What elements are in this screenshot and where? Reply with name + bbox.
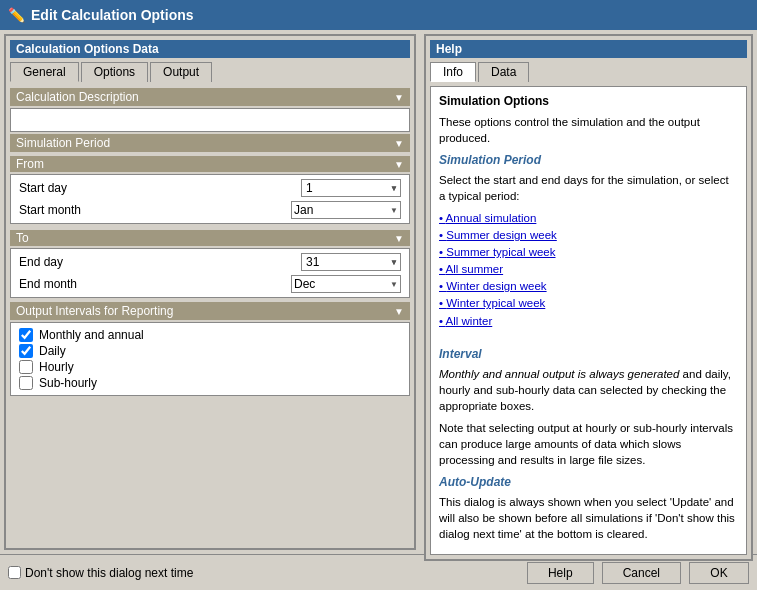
to-label: To: [16, 231, 29, 245]
link-all-winter[interactable]: All winter: [439, 313, 738, 329]
from-header: From ▼: [10, 156, 410, 172]
help-intro: These options control the simulation and…: [439, 114, 738, 146]
help-interval-text2: Note that selecting output at hourly or …: [439, 420, 738, 468]
dont-show-checkbox[interactable]: [8, 566, 21, 579]
output-intervals-header: Output Intervals for Reporting ▼: [10, 302, 410, 320]
left-inner: Calculation Options Data General Options…: [4, 34, 416, 550]
link-annual-simulation[interactable]: Annual simulation: [439, 210, 738, 226]
daily-label: Daily: [39, 344, 66, 358]
tab-options[interactable]: Options: [81, 62, 148, 82]
calc-desc-collapse[interactable]: ▼: [394, 92, 404, 103]
help-interval-text1-em: Monthly and annual output is always gene…: [439, 368, 679, 380]
calc-description-field: [10, 108, 410, 132]
help-button[interactable]: Help: [527, 562, 594, 584]
help-sim-period-desc: Select the start and end days for the si…: [439, 172, 738, 204]
help-content: Simulation Options These options control…: [430, 86, 747, 555]
title-bar: ✏️ Edit Calculation Options: [0, 0, 757, 30]
link-winter-typical-week[interactable]: Winter typical week: [439, 295, 738, 311]
subhourly-label: Sub-hourly: [39, 376, 97, 390]
help-autoupdate-text: This dialog is always shown when you sel…: [439, 494, 738, 542]
from-collapse[interactable]: ▼: [394, 159, 404, 170]
ok-button[interactable]: OK: [689, 562, 749, 584]
start-day-label: Start day: [19, 181, 301, 195]
right-panel: Help Info Data Simulation Options These …: [420, 30, 757, 554]
to-section: End day ▼ End month JanFebMarApr MayJunJ…: [10, 248, 410, 298]
start-day-row: Start day ▼: [11, 177, 409, 199]
help-tabs: Info Data: [430, 62, 747, 82]
tab-output[interactable]: Output: [150, 62, 212, 82]
help-tab-data[interactable]: Data: [478, 62, 529, 82]
hourly-checkbox[interactable]: [19, 360, 33, 374]
tabs-container: General Options Output: [10, 62, 410, 82]
title-icon: ✏️: [8, 7, 25, 23]
end-month-label: End month: [19, 277, 291, 291]
from-section: Start day ▼ Start month JanFebMarApr May…: [10, 174, 410, 224]
cancel-button[interactable]: Cancel: [602, 562, 681, 584]
link-winter-design-week[interactable]: Winter design week: [439, 278, 738, 294]
calc-desc-header: Calculation Description ▼: [10, 88, 410, 106]
from-label: From: [16, 157, 44, 171]
link-all-summer[interactable]: All summer: [439, 261, 738, 277]
help-main-title: Simulation Options: [439, 93, 738, 110]
output-intervals-label: Output Intervals for Reporting: [16, 304, 173, 318]
monthly-label: Monthly and annual: [39, 328, 144, 342]
to-collapse[interactable]: ▼: [394, 233, 404, 244]
help-sim-period-title: Simulation Period: [439, 152, 738, 169]
checkbox-daily: Daily: [19, 343, 401, 359]
help-tab-info[interactable]: Info: [430, 62, 476, 82]
start-day-input[interactable]: [301, 179, 401, 197]
checkbox-hourly: Hourly: [19, 359, 401, 375]
right-inner: Help Info Data Simulation Options These …: [424, 34, 753, 561]
sim-period-header: Simulation Period ▼: [10, 134, 410, 152]
calc-desc-label: Calculation Description: [16, 90, 139, 104]
hourly-label: Hourly: [39, 360, 74, 374]
monthly-checkbox[interactable]: [19, 328, 33, 342]
end-day-label: End day: [19, 255, 301, 269]
end-month-select[interactable]: JanFebMarApr MayJunJulAug SepOctNov Dec: [291, 275, 401, 293]
to-header: To ▼: [10, 230, 410, 246]
dont-show-label: Don't show this dialog next time: [25, 566, 193, 580]
end-month-row: End month JanFebMarApr MayJunJulAug SepO…: [11, 273, 409, 295]
help-interval-title: Interval: [439, 346, 738, 363]
calc-description-input[interactable]: [15, 113, 405, 127]
title-text: Edit Calculation Options: [31, 7, 194, 23]
help-interval-text1: Monthly and annual output is always gene…: [439, 366, 738, 414]
left-panel-header: Calculation Options Data: [10, 40, 410, 58]
help-autoupdate-title: Auto-Update: [439, 474, 738, 491]
link-summer-design-week[interactable]: Summer design week: [439, 227, 738, 243]
checkbox-section: Monthly and annual Daily Hourly Sub-hour…: [10, 322, 410, 396]
left-panel: Calculation Options Data General Options…: [0, 30, 420, 554]
start-month-row: Start month JanFebMarApr MayJunJulAug Se…: [11, 199, 409, 221]
end-day-input[interactable]: [301, 253, 401, 271]
subhourly-checkbox[interactable]: [19, 376, 33, 390]
start-month-select[interactable]: JanFebMarApr MayJunJulAug SepOctNovDec: [291, 201, 401, 219]
end-day-row: End day ▼: [11, 251, 409, 273]
tab-general[interactable]: General: [10, 62, 79, 82]
dont-show-container: Don't show this dialog next time: [8, 566, 193, 580]
link-summer-typical-week[interactable]: Summer typical week: [439, 244, 738, 260]
sim-period-label: Simulation Period: [16, 136, 110, 150]
checkbox-subhourly: Sub-hourly: [19, 375, 401, 391]
help-header: Help: [430, 40, 747, 58]
sim-period-collapse[interactable]: ▼: [394, 138, 404, 149]
checkbox-monthly: Monthly and annual: [19, 327, 401, 343]
output-intervals-collapse[interactable]: ▼: [394, 306, 404, 317]
start-month-label: Start month: [19, 203, 291, 217]
daily-checkbox[interactable]: [19, 344, 33, 358]
